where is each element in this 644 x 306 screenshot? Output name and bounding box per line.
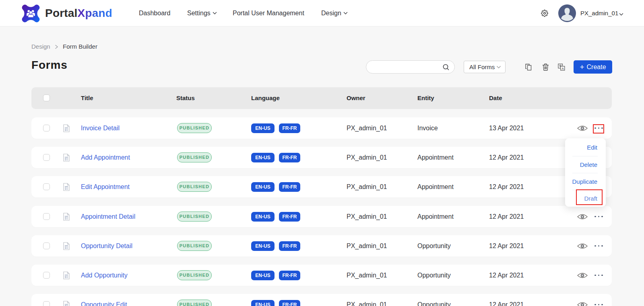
svg-text:A: A [561,67,564,70]
